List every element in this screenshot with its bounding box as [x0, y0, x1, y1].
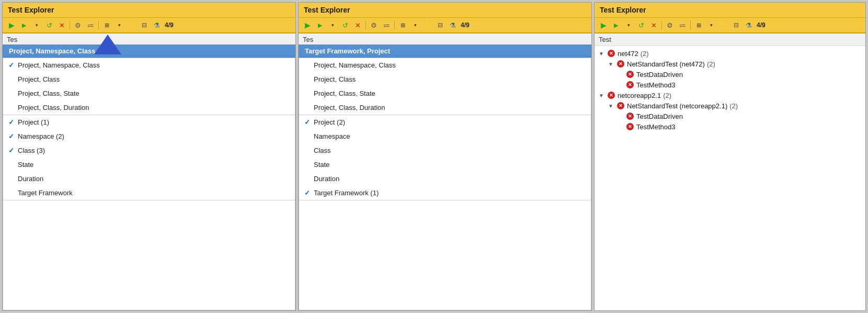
p2-sep2	[394, 20, 395, 30]
p3-sep1	[661, 20, 662, 30]
tree-item-net472[interactable]: ▼ net472 (2)	[595, 48, 865, 59]
p3-run-button[interactable]: ▶	[610, 19, 622, 31]
tree-item-testdatadriven-net472[interactable]: TestDataDriven	[595, 69, 865, 80]
panel2-item-target-framework[interactable]: Target Framework (1)	[299, 186, 591, 200]
panel2-item-proj-class-state[interactable]: Project, Class, State	[299, 86, 591, 100]
run-button[interactable]: ▶	[18, 19, 30, 31]
p2-test-count: 4/9	[461, 21, 470, 29]
expand-arrow-netcoreapp21: ▼	[599, 93, 606, 98]
tree-count-net472: (2)	[641, 50, 649, 58]
error-icon-net472	[607, 49, 615, 58]
p2-run-dropdown-button[interactable]: ▾	[327, 19, 338, 31]
tree-item-testdatadriven-netcoreapp21[interactable]: TestDataDriven	[595, 111, 865, 121]
tree-item-netcoreapp21[interactable]: ▼ netcoreapp2.1 (2)	[595, 90, 865, 100]
p3-dropdown-button[interactable]: ▾	[705, 19, 717, 31]
lightning-button[interactable]: ⚡	[126, 19, 138, 31]
flask-button[interactable]: ⚗	[151, 19, 163, 31]
p3-hierarchy-button[interactable]: ⊟	[730, 19, 742, 31]
expand-arrow-netstandard-netcoreapp21: ▼	[608, 103, 615, 109]
panel2-item-duration[interactable]: Duration	[299, 172, 591, 186]
panel1-item-namespace[interactable]: Namespace (2)	[3, 129, 295, 143]
panel1-item-proj-ns-class[interactable]: Project, Namespace, Class	[3, 58, 295, 72]
panel2-section2: Project (2) Namespace Class State Durati…	[299, 115, 591, 200]
panel2-item-proj-class-duration[interactable]: Project, Class, Duration	[299, 100, 591, 115]
panel2-item-namespace[interactable]: Namespace	[299, 129, 591, 143]
dropdown-button[interactable]: ▾	[113, 19, 125, 31]
hierarchy-button[interactable]: ⊟	[139, 19, 150, 31]
p3-playlist-button[interactable]: ≔	[677, 19, 688, 31]
tree-item-netstandard-netcoreapp21[interactable]: ▼ NetStandardTest (netcoreapp2.1) (2)	[595, 100, 865, 111]
group-button[interactable]: ⊞	[101, 19, 112, 31]
p3-playlist-icon: ≔	[679, 21, 686, 29]
p3-settings-button[interactable]: ⚙	[664, 19, 676, 31]
test-count: 4/9	[165, 21, 174, 29]
p2-flask-button[interactable]: ⚗	[447, 19, 459, 31]
panel2-item-proj-class[interactable]: Project, Class	[299, 72, 591, 86]
cancel-button[interactable]: ✕	[56, 19, 67, 31]
panel1-item-proj-class-state[interactable]: Project, Class, State	[3, 86, 295, 100]
error-icon-testmethod3-net472	[626, 81, 634, 89]
p2-hierarchy-button[interactable]: ⊟	[435, 19, 446, 31]
p2-playlist-button[interactable]: ≔	[381, 19, 392, 31]
p3-cancel-button[interactable]: ✕	[648, 19, 659, 31]
p2-lightning-button[interactable]: ⚡	[422, 19, 433, 31]
panel1-section1: Project, Namespace, Class Project, Class…	[3, 58, 295, 115]
tree-item-testmethod3-net472[interactable]: TestMethod3	[595, 80, 865, 90]
panel2-item-project[interactable]: Project (2)	[299, 115, 591, 129]
panel1-item-state[interactable]: State	[3, 158, 295, 172]
panel2-item-class[interactable]: Class	[299, 143, 591, 158]
panel1: Test Explorer ▶ ▶ ▾ ↺ ✕ ⚙ ≔ ⊞ ▾	[2, 2, 296, 311]
run-all-icon: ▶	[9, 21, 15, 29]
settings-button[interactable]: ⚙	[72, 19, 84, 31]
p2-group-button[interactable]: ⊞	[397, 19, 408, 31]
p2-refresh-button[interactable]: ↺	[339, 19, 351, 31]
tree-label-testmethod3-netcoreapp21: TestMethod3	[636, 123, 675, 131]
tree-label-netcoreapp21: netcoreapp2.1	[618, 92, 661, 99]
p3-test-count: 4/9	[757, 21, 766, 29]
p2-cancel-button[interactable]: ✕	[352, 19, 363, 31]
panel1-dropdown-selected[interactable]: Project, Namespace, Class	[3, 44, 295, 58]
refresh-icon: ↺	[47, 21, 52, 29]
p3-lightning-icon: ⚡	[719, 21, 728, 29]
p3-dropdown-icon: ▾	[710, 23, 713, 28]
panel1-item-class[interactable]: Class (3)	[3, 143, 295, 158]
tree-item-testmethod3-netcoreapp21[interactable]: TestMethod3	[595, 121, 865, 132]
dropdown-arrow-up-icon	[94, 35, 121, 54]
panel2-dropdown-selected[interactable]: Target Framework, Project	[299, 44, 591, 58]
p2-hierarchy-icon: ⊟	[438, 21, 443, 29]
p2-flask-icon: ⚗	[450, 21, 456, 29]
panel2-item-state[interactable]: State	[299, 158, 591, 172]
p3-group-button[interactable]: ⊞	[693, 19, 704, 31]
panel1-item-proj-class[interactable]: Project, Class	[3, 72, 295, 86]
p2-cancel-icon: ✕	[355, 21, 361, 29]
panel1-item-duration[interactable]: Duration	[3, 172, 295, 186]
dropdown-icon: ▾	[118, 23, 121, 28]
p3-refresh-button[interactable]: ↺	[635, 19, 647, 31]
panel2-dropdown-container: Target Framework, Project Project, Names…	[299, 44, 591, 310]
p3-flask-button[interactable]: ⚗	[743, 19, 755, 31]
p3-run-dropdown-button[interactable]: ▾	[623, 19, 634, 31]
sep1	[70, 20, 70, 30]
p2-settings-button[interactable]: ⚙	[368, 19, 380, 31]
p2-run-button[interactable]: ▶	[314, 19, 326, 31]
p2-refresh-icon: ↺	[342, 21, 348, 29]
tree-item-netstandard-net472[interactable]: ▼ NetStandardTest (net472) (2)	[595, 59, 865, 69]
panel2-title: Test Explorer	[299, 3, 591, 18]
panel1-item-project[interactable]: Project (1)	[3, 115, 295, 129]
p3-lightning-button[interactable]: ⚡	[718, 19, 729, 31]
panel2-item-proj-ns-class[interactable]: Project, Namespace, Class	[299, 58, 591, 72]
panel1-item-target-framework[interactable]: Target Framework	[3, 186, 295, 200]
p2-dropdown-button[interactable]: ▾	[409, 19, 421, 31]
p3-run-icon: ▶	[614, 22, 618, 29]
panel1-item-proj-class-duration[interactable]: Project, Class, Duration	[3, 100, 295, 115]
p3-run-all-button[interactable]: ▶	[598, 19, 609, 31]
flask-icon: ⚗	[154, 21, 160, 29]
panel3-toolbar: ▶ ▶ ▾ ↺ ✕ ⚙ ≔ ⊞ ▾ ⚡ ⊟	[595, 18, 865, 33]
run-icon: ▶	[22, 22, 26, 29]
playlist-button[interactable]: ≔	[85, 19, 96, 31]
run-dropdown-button[interactable]: ▾	[31, 19, 42, 31]
refresh-button[interactable]: ↺	[43, 19, 55, 31]
panel1-dropdown-menu: Project, Namespace, Class Project, Class…	[3, 58, 295, 310]
p2-run-all-button[interactable]: ▶	[302, 19, 313, 31]
run-all-button[interactable]: ▶	[6, 19, 17, 31]
